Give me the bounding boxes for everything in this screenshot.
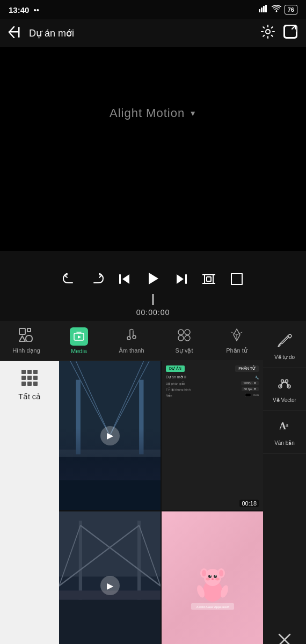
svg-rect-6 <box>18 27 20 38</box>
status-bar: 13:40 •• 76 <box>0 0 306 19</box>
media-duration-2: 00:18 <box>239 500 259 507</box>
tab-objects-label: Sự vật <box>176 347 193 354</box>
skip-back-button[interactable] <box>119 273 130 288</box>
preview-area: Alight Motion ▼ <box>0 47 306 251</box>
media-item-1[interactable]: ▶ <box>59 361 161 510</box>
svg-point-25 <box>185 335 190 341</box>
svg-point-57 <box>206 578 210 581</box>
svg-rect-12 <box>207 277 211 281</box>
svg-rect-2 <box>263 6 265 12</box>
grid-view-icon[interactable] <box>21 370 38 386</box>
settings-tab-element: PHẦN TỬ <box>235 365 259 372</box>
play-overlay-1: ▶ <box>100 426 120 445</box>
svg-rect-45 <box>59 599 161 644</box>
settings-button[interactable] <box>261 25 275 42</box>
signal-icon <box>259 5 268 14</box>
svg-line-63 <box>287 337 288 338</box>
tab-audio-label: Âm thanh <box>119 347 144 354</box>
elements-icon <box>229 328 244 345</box>
settings-tab-project: DỰ ÁN <box>166 365 185 372</box>
tab-media-label: Media <box>71 348 87 354</box>
text-label: Văn bản <box>274 440 295 447</box>
svg-point-23 <box>185 330 190 335</box>
close-panel-button[interactable] <box>275 630 294 644</box>
svg-rect-1 <box>261 8 263 12</box>
svg-rect-17 <box>231 274 242 284</box>
svg-rect-35 <box>59 457 161 510</box>
back-button[interactable] <box>9 26 24 41</box>
objects-icon <box>177 328 192 345</box>
tab-media[interactable]: Media <box>53 321 105 361</box>
svg-point-4 <box>275 11 277 12</box>
tab-elements-label: Phần tử <box>226 347 247 354</box>
svg-rect-10 <box>185 274 187 284</box>
timeline-cursor <box>152 294 154 305</box>
vector-tool[interactable]: Vẽ Vector <box>263 368 306 411</box>
svg-point-52 <box>208 575 212 578</box>
svg-rect-9 <box>119 274 121 284</box>
text-icon: A a <box>277 419 292 437</box>
undo-button[interactable] <box>63 273 76 288</box>
media-icon <box>70 327 88 346</box>
play-button[interactable] <box>145 271 161 290</box>
tab-shapes-label: Hình dạng <box>12 347 40 354</box>
timecode: 00:00:00 <box>136 308 170 317</box>
tab-elements[interactable]: Phần tử <box>210 321 263 361</box>
top-bar: Dự án mới <box>0 19 306 47</box>
battery-indicator: 76 <box>285 5 297 14</box>
right-sidebar: Vẽ tự do Vẽ Vector A <box>263 321 306 644</box>
svg-point-24 <box>178 335 184 341</box>
text-tool[interactable]: A a Văn bản <box>263 411 306 454</box>
svg-point-50 <box>202 570 206 576</box>
audio-icon <box>125 328 139 345</box>
skip-forward-button[interactable] <box>176 273 187 288</box>
svg-point-7 <box>266 30 270 34</box>
left-sidebar: Hình dạng Media <box>0 321 263 644</box>
status-dots: •• <box>33 5 39 14</box>
redo-button[interactable] <box>91 273 104 288</box>
filter-all-label[interactable]: Tất cả <box>18 392 40 401</box>
svg-point-53 <box>214 575 217 578</box>
vector-label: Vẽ Vector <box>273 397 296 404</box>
draw-free-tool[interactable]: Vẽ tự do <box>263 325 306 368</box>
status-time: 13:40 <box>9 5 29 14</box>
media-item-3[interactable]: ▶ 00:20 <box>59 511 161 645</box>
watermark-dropdown-icon: ▼ <box>189 109 196 118</box>
tab-objects[interactable]: Sự vật <box>158 321 210 361</box>
svg-rect-33 <box>76 380 81 455</box>
svg-point-21 <box>133 335 136 339</box>
trim-button[interactable] <box>202 273 215 289</box>
tab-shapes[interactable]: Hình dạng <box>0 321 53 361</box>
fit-button[interactable] <box>230 273 243 289</box>
watermark-text: Alight Motion <box>110 106 185 120</box>
tab-bar: Hình dạng Media <box>0 321 263 361</box>
svg-rect-3 <box>265 5 267 12</box>
svg-text:a: a <box>286 421 289 429</box>
vector-icon <box>277 376 292 394</box>
svg-point-51 <box>219 570 223 576</box>
svg-text:A wild Axew Appeared!: A wild Axew Appeared! <box>196 605 229 609</box>
svg-rect-11 <box>205 275 213 283</box>
media-item-2[interactable]: DỰ ÁN PHẦN TỬ Dự án mới II 🔧 Độ phân giả… <box>162 361 263 510</box>
wifi-icon <box>272 5 281 14</box>
filter-panel: Tất cả <box>0 361 59 644</box>
tab-audio[interactable]: Âm thanh <box>105 321 158 361</box>
draw-free-label: Vẽ tự do <box>274 354 295 361</box>
svg-point-58 <box>215 578 220 581</box>
timeline-area: 00:00:00 <box>0 251 306 321</box>
svg-point-22 <box>178 330 184 335</box>
media-item-4[interactable]: A wild Axew Appeared! 00:11 <box>162 511 263 645</box>
project-title: Dự án mới <box>29 27 74 39</box>
transport-controls <box>63 266 243 292</box>
svg-point-54 <box>210 575 211 576</box>
bottom-panel: Hình dạng Media <box>0 321 306 644</box>
shapes-icon <box>19 328 34 345</box>
svg-point-55 <box>215 575 216 576</box>
svg-point-56 <box>212 579 214 580</box>
svg-point-20 <box>127 336 130 340</box>
play-overlay-3: ▶ <box>100 576 120 595</box>
svg-rect-0 <box>259 9 260 12</box>
content-area: Tất cả <box>0 361 263 644</box>
export-button[interactable] <box>283 25 297 42</box>
media-grid: ▶ DỰ ÁN PHẦN TỬ Dự án mới II 🔧 <box>59 361 263 644</box>
